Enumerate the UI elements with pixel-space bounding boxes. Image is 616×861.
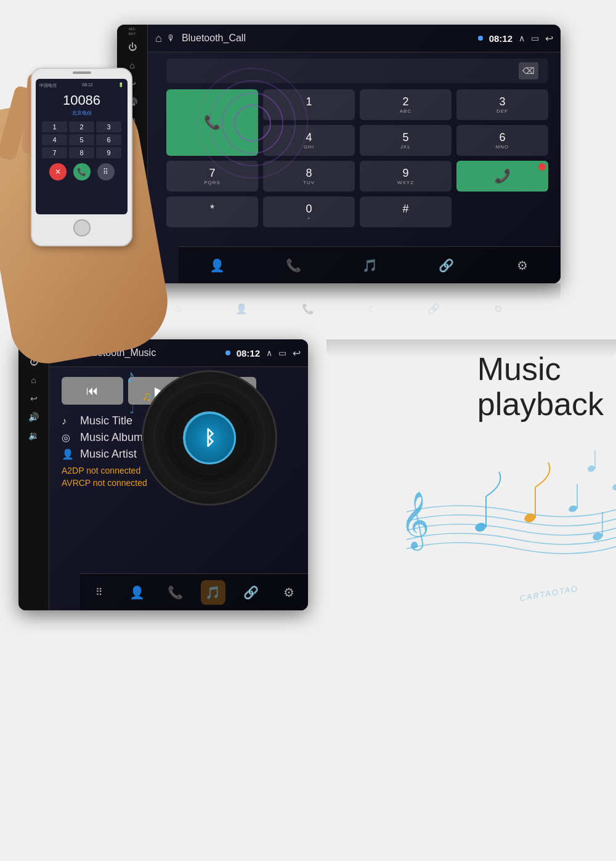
car-sidebar-music: MIC RST ⏻ ⌂ ↩ 🔊 🔉 — [18, 339, 49, 610]
bluetooth-indicator-2 — [225, 350, 230, 355]
minimize-icon[interactable]: ▭ — [531, 33, 539, 43]
car-music-screen: ⌂ 🎙 Bluetooth_Music 08:12 ∧ ▭ ↩ ⏮ ▶ ⏭ — [49, 339, 308, 610]
bluetooth-center-circle: ᛒ — [184, 412, 236, 464]
back-nav-icon-2[interactable]: ↩ — [293, 347, 301, 359]
phone-device: 中国电信 08:12 🔋 10086 北京电信 1 2 3 4 5 6 7 8 … — [31, 68, 132, 246]
phone-number: 10086 — [39, 92, 124, 108]
svg-point-9 — [587, 464, 596, 473]
phone-home-button[interactable] — [73, 219, 91, 236]
call-button-2[interactable]: 📞 — [456, 161, 548, 192]
music-artist-icon: 👤 — [62, 448, 74, 460]
bottom-music-active-icon[interactable]: 🎵 — [201, 580, 225, 605]
minimize-icon-2[interactable]: ▭ — [278, 348, 286, 358]
phone-keypad: 1 2 3 4 5 6 7 8 9 — [39, 121, 124, 158]
car-call-bottom-bar: 👤 📞 🎵 🔗 ⚙ — [179, 246, 561, 283]
music-album-text: Music Album — [80, 431, 143, 444]
music-title-line1: Music — [477, 352, 604, 387]
svg-point-3 — [523, 512, 537, 523]
vinyl-record-area: ᛒ ♪ ♫ ♩ — [142, 370, 296, 524]
car-music-bottom-bar: ⠿ 👤 📞 🎵 🔗 ⚙ — [80, 573, 308, 610]
call-icon: 📞 — [204, 115, 221, 131]
phone-screen: 中国电信 08:12 🔋 10086 北京电信 1 2 3 4 5 6 7 8 … — [36, 79, 128, 214]
dial-key-3[interactable]: 3DEF — [456, 89, 548, 120]
phone-status-bar: 中国电信 08:12 🔋 — [39, 83, 124, 89]
dialpad-grid: 1 2ABC 3DEF 📞 4GHI 5JKL — [166, 89, 548, 227]
delete-btn[interactable]: ⌫ — [519, 62, 538, 79]
dialpad-display: ⌫ — [166, 59, 548, 83]
bottom-music-icon[interactable]: 🎵 — [357, 253, 382, 278]
phone-key-9[interactable]: 9 — [96, 147, 121, 158]
rst-label: RST — [129, 32, 136, 36]
svg-text:♩: ♩ — [129, 403, 134, 416]
phone-key-7[interactable]: 7 — [42, 147, 67, 158]
volume-down-icon-2[interactable]: 🔉 — [25, 428, 43, 443]
dial-key-hash[interactable]: # — [360, 196, 452, 227]
music-title-line2: playback — [477, 387, 604, 422]
dialpad-area: ⌫ 1 2ABC 3DEF 📞 — [154, 52, 561, 240]
dial-key-1[interactable]: 1 — [263, 89, 355, 120]
signal-icon: ∧ — [519, 33, 525, 43]
top-bar-left-icons: ⌂ 🎙 — [155, 32, 176, 45]
bottom-phone-icon-2[interactable]: 📞 — [163, 580, 187, 605]
bottom-settings-icon-2[interactable]: ⚙ — [277, 580, 301, 605]
dial-key-8[interactable]: 8TUV — [263, 161, 355, 192]
time-display-2: 08:12 — [237, 348, 260, 358]
prev-button[interactable]: ⏮ — [62, 377, 123, 405]
bluetooth-symbol: ᛒ — [204, 427, 216, 450]
car-top-bar-call: ⌂ 🎙 Bluetooth_Call 08:12 ∧ ▭ ↩ — [148, 25, 561, 52]
phone-key-3[interactable]: 3 — [96, 121, 121, 132]
bottom-link-icon-2[interactable]: 🔗 — [238, 580, 263, 605]
music-artist-text: Music Artist — [80, 448, 137, 461]
dial-key-9[interactable]: 9WXYZ — [360, 161, 452, 192]
phone-hand-illustration: 中国电信 08:12 🔋 10086 北京电信 1 2 3 4 5 6 7 8 … — [0, 49, 191, 370]
phone-key-2[interactable]: 2 — [69, 121, 94, 132]
svg-text:𝄞: 𝄞 — [400, 492, 429, 551]
call-badge — [538, 163, 546, 171]
music-playback-text-area: Music playback — [477, 352, 604, 422]
phone-key-4[interactable]: 4 — [42, 134, 67, 145]
phone-key-5[interactable]: 5 — [69, 134, 94, 145]
svg-point-11 — [612, 483, 616, 491]
phone-key-6[interactable]: 6 — [96, 134, 121, 145]
phone-call-label: 北京电信 — [39, 110, 124, 116]
phone-grid-btn[interactable]: ⠿ — [97, 163, 115, 180]
mic-label: MIC — [129, 27, 136, 31]
home-nav-icon[interactable]: ⌂ — [155, 32, 162, 45]
back-nav-icon[interactable]: ↩ — [545, 33, 553, 44]
dial-key-0[interactable]: 0+ — [263, 196, 355, 227]
car-call-title: Bluetooth_Call — [182, 33, 478, 44]
back-icon-2[interactable]: ↩ — [25, 391, 43, 406]
svg-text:♫: ♫ — [142, 389, 152, 404]
svg-point-7 — [591, 532, 603, 542]
car-call-screen: ⌂ 🎙 Bluetooth_Call 08:12 ∧ ▭ ↩ — [148, 25, 561, 283]
signal-icon-2: ∧ — [266, 348, 272, 358]
bottom-contact-icon-2[interactable]: 👤 — [124, 580, 149, 605]
bottom-grid-icon[interactable]: ⠿ — [87, 580, 111, 605]
phone-key-8[interactable]: 8 — [69, 147, 94, 158]
dial-key-6[interactable]: 6MNO — [456, 125, 548, 156]
mic-nav-icon[interactable]: 🎙 — [167, 33, 176, 43]
dial-key-4[interactable]: 4GHI — [263, 125, 355, 156]
phone-answer-btn[interactable]: 📞 — [73, 163, 91, 180]
top-bar-right-2: 08:12 ∧ ▭ ↩ — [225, 347, 301, 359]
music-note-icon: ♪ — [62, 416, 74, 427]
dial-key-5[interactable]: 5JKL — [360, 125, 452, 156]
volume-up-icon-2[interactable]: 🔊 — [25, 410, 43, 424]
bluetooth-indicator — [478, 36, 483, 41]
home-icon-2[interactable]: ⌂ — [25, 373, 43, 387]
section2-bluetooth-music: Music playback 𝄞 MIC RST — [0, 339, 616, 610]
bottom-link-icon[interactable]: 🔗 — [434, 253, 458, 278]
dial-key-2[interactable]: 2ABC — [360, 89, 452, 120]
car-unit-music: MIC RST ⏻ ⌂ ↩ 🔊 🔉 ⌂ 🎙 Bluetooth_Music 08… — [18, 339, 308, 610]
phone-end-call-btn[interactable]: ✕ — [49, 163, 67, 180]
time-display: 08:12 — [489, 33, 513, 44]
section1-bluetooth-call: 中国电信 08:12 🔋 10086 北京电信 1 2 3 4 5 6 7 8 … — [31, 25, 585, 315]
svg-point-5 — [568, 504, 578, 513]
phone-key-1[interactable]: 1 — [42, 121, 67, 132]
top-bar-right: 08:12 ∧ ▭ ↩ — [478, 33, 553, 44]
bottom-settings-icon[interactable]: ⚙ — [510, 253, 535, 278]
bottom-contact-icon[interactable]: 👤 — [205, 253, 229, 278]
bottom-dialpad-icon[interactable]: 📞 — [281, 253, 306, 278]
call-icon-2: 📞 — [494, 168, 511, 184]
reflection-icons: ⌂ 👤 📞 ↕ 🔗 ⚙ — [148, 303, 530, 315]
